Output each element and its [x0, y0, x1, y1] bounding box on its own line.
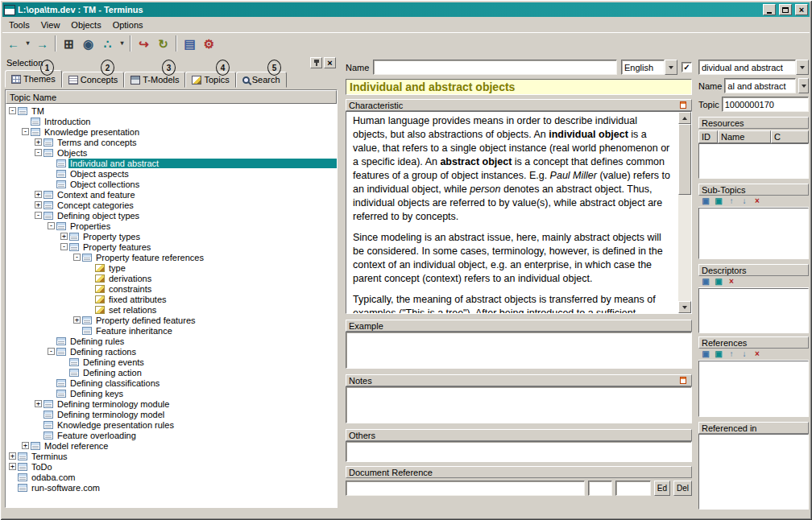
expand-icon[interactable]: +: [73, 316, 81, 324]
tree-item[interactable]: +Defining terminology module: [7, 398, 337, 409]
tree-item[interactable]: odaba.com: [7, 472, 337, 482]
tree-item[interactable]: Defining events: [7, 357, 337, 367]
descriptors-list[interactable]: [698, 288, 809, 333]
characteristic-scrollbar[interactable]: [678, 112, 691, 313]
descriptors-link-button[interactable]: ▣: [713, 277, 724, 287]
characteristic-editor-button[interactable]: [677, 101, 689, 110]
notes-editor-button[interactable]: [677, 376, 689, 386]
topic-combo[interactable]: [698, 60, 809, 75]
tree-item[interactable]: Defining action: [7, 367, 337, 378]
tab-topics[interactable]: Topics: [185, 72, 235, 88]
sidebar-name-input[interactable]: [724, 78, 796, 93]
expand-icon[interactable]: +: [60, 233, 68, 240]
tree-item[interactable]: -Property features: [7, 241, 337, 252]
resources-table-body[interactable]: [698, 143, 809, 179]
collapse-icon[interactable]: -: [73, 254, 81, 261]
tree-item[interactable]: set relations: [7, 304, 337, 315]
topic-combo-dropdown-button[interactable]: [796, 60, 809, 75]
references-delete-button[interactable]: ×: [752, 349, 763, 360]
expand-icon[interactable]: +: [35, 191, 42, 198]
tree-item[interactable]: -Objects: [7, 147, 337, 158]
resources-column-name[interactable]: Name: [718, 130, 771, 143]
expand-icon[interactable]: +: [35, 400, 42, 407]
scroll-track[interactable]: [678, 195, 691, 301]
tree-item[interactable]: Defining keys: [7, 388, 337, 398]
forward-button[interactable]: →: [33, 35, 52, 52]
tree-item[interactable]: -Property feature references: [7, 252, 337, 262]
collapse-icon[interactable]: -: [35, 212, 42, 219]
topic-combo-input[interactable]: [698, 60, 796, 75]
collapse-icon[interactable]: -: [35, 149, 42, 156]
collapse-icon[interactable]: -: [48, 348, 55, 355]
menu-tools[interactable]: Tools: [3, 19, 35, 31]
descriptors-delete-button[interactable]: ×: [726, 277, 737, 287]
tree-view-button[interactable]: ⊞: [60, 35, 78, 52]
language-combo[interactable]: [621, 60, 677, 75]
maximize-button[interactable]: [779, 4, 792, 15]
expand-icon[interactable]: +: [22, 442, 29, 449]
descriptors-add-button[interactable]: ▣: [700, 277, 711, 287]
sidebar-topic-input[interactable]: [722, 97, 809, 112]
tree-item[interactable]: Defining terminology model: [7, 409, 337, 419]
docref-field3[interactable]: [615, 481, 651, 496]
expand-icon[interactable]: +: [9, 463, 16, 470]
tree-item[interactable]: +ToDo: [7, 461, 337, 472]
tree-item[interactable]: +Terminus: [7, 451, 337, 461]
tree-item[interactable]: derivations: [7, 273, 337, 283]
references-move-up-button[interactable]: ↑: [726, 349, 737, 360]
subtopics-delete-button[interactable]: ×: [752, 196, 763, 207]
tree-item[interactable]: +Model reference: [7, 440, 337, 451]
references-add-button[interactable]: ▣: [700, 349, 711, 360]
tree-item[interactable]: -TM: [7, 105, 337, 116]
tab-t-models[interactable]: T-Models: [124, 72, 185, 88]
references-list[interactable]: [698, 361, 809, 417]
subtopics-move-up-button[interactable]: ↑: [726, 196, 737, 207]
resources-column-id[interactable]: ID: [698, 130, 718, 143]
globe-button[interactable]: ◉: [79, 35, 97, 52]
tree-item[interactable]: Object aspects: [7, 168, 337, 179]
relations-history-button[interactable]: ▾: [118, 35, 126, 52]
language-input[interactable]: [621, 60, 665, 75]
back-button[interactable]: ←: [4, 35, 23, 52]
collapse-icon[interactable]: -: [9, 107, 16, 114]
tree-item[interactable]: fixed attributes: [7, 294, 337, 304]
collapse-icon[interactable]: -: [22, 128, 29, 135]
docref-field2[interactable]: [588, 481, 612, 496]
others-area[interactable]: [346, 441, 692, 462]
tree-item[interactable]: -Knowledge presentation: [7, 126, 337, 137]
tab-search[interactable]: Search: [236, 72, 287, 88]
tree-item[interactable]: Defining classifications: [7, 378, 337, 388]
tree-item[interactable]: constraints: [7, 283, 337, 294]
scroll-down-button[interactable]: [678, 301, 691, 313]
scroll-thumb[interactable]: [678, 124, 691, 195]
language-checkbox[interactable]: ✓: [682, 62, 692, 72]
tree-item[interactable]: +Property types: [7, 231, 337, 241]
tree-item[interactable]: Feature inheritance: [7, 325, 337, 336]
relations-button[interactable]: ∴: [98, 35, 117, 52]
minimize-button[interactable]: [763, 4, 776, 15]
menu-objects[interactable]: Objects: [65, 19, 106, 31]
tree-item[interactable]: type: [7, 262, 337, 273]
menu-options[interactable]: Options: [107, 19, 149, 31]
scroll-up-button[interactable]: [678, 112, 691, 124]
tree-item[interactable]: +Terms and concepts: [7, 137, 337, 147]
tree-item[interactable]: run-software.com: [7, 482, 337, 493]
resources-column-c[interactable]: C: [771, 130, 809, 143]
panel-close-button[interactable]: ×: [324, 57, 336, 68]
referenced-in-list[interactable]: [698, 434, 809, 510]
report-button[interactable]: ▤: [180, 35, 199, 52]
menu-view[interactable]: View: [35, 19, 66, 31]
collapse-icon[interactable]: -: [48, 222, 55, 229]
expand-icon[interactable]: +: [9, 452, 16, 460]
tree-item[interactable]: Knowledge presentation rules: [7, 419, 337, 430]
language-dropdown-button[interactable]: [665, 60, 677, 75]
process-button[interactable]: ⚙: [200, 35, 218, 52]
tree-item[interactable]: Defining rules: [7, 336, 337, 346]
tab-concepts[interactable]: Concepts: [62, 72, 124, 88]
tree-item[interactable]: +Context and feature: [7, 189, 337, 200]
tree-column-header[interactable]: Topic Name: [6, 90, 337, 104]
pin-button[interactable]: [310, 57, 322, 68]
name-input[interactable]: [373, 60, 617, 75]
back-history-button[interactable]: ▾: [23, 35, 32, 52]
sidebar-name-lookup-button[interactable]: [798, 78, 809, 93]
